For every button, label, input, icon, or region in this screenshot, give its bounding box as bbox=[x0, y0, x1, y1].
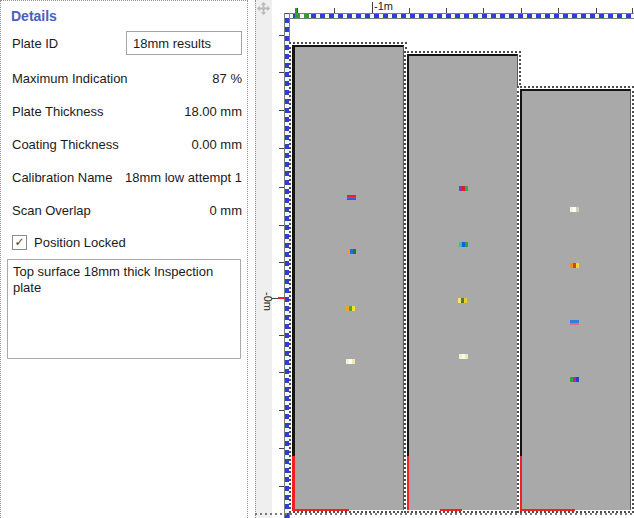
field-value: 87 % bbox=[212, 71, 242, 86]
indication-marker[interactable] bbox=[347, 195, 356, 200]
app-window: Details Plate IDMaximum Indication87 %Pl… bbox=[0, 0, 634, 518]
field-value: 0.00 mm bbox=[191, 137, 242, 152]
field-label: Coating Thickness bbox=[12, 137, 119, 152]
canvas-toolstrip bbox=[255, 0, 272, 518]
position-locked-label: Position Locked bbox=[34, 235, 126, 250]
canvas-bottom-border bbox=[255, 513, 634, 515]
description-box[interactable]: Top surface 18mm thick Inspection plate bbox=[7, 259, 241, 359]
origin-marker-x bbox=[295, 14, 311, 18]
indication-marker[interactable] bbox=[458, 298, 467, 303]
origin-tick-y bbox=[278, 297, 285, 299]
details-fields: Plate IDMaximum Indication87 %Plate Thic… bbox=[1, 30, 247, 221]
panel-title: Details bbox=[11, 8, 247, 24]
indication-marker[interactable] bbox=[570, 263, 579, 268]
field-value: 0 mm bbox=[210, 203, 243, 218]
scan-outline-segment bbox=[292, 456, 295, 510]
indication-marker[interactable] bbox=[570, 320, 579, 325]
plate[interactable] bbox=[404, 51, 521, 513]
indication-marker[interactable] bbox=[459, 242, 468, 247]
origin-tick-x bbox=[295, 8, 297, 14]
plate[interactable] bbox=[289, 42, 407, 513]
field-label: Scan Overlap bbox=[12, 203, 91, 218]
scan-outline-segment bbox=[407, 456, 409, 510]
scan-outline-segment bbox=[292, 509, 349, 511]
v-ruler-label: -0m bbox=[262, 292, 274, 311]
field-label: Plate ID bbox=[12, 36, 58, 51]
h-ruler-label: -1m bbox=[374, 0, 393, 12]
plate-surface[interactable] bbox=[407, 54, 518, 510]
field-row: Plate ID bbox=[12, 30, 242, 56]
selection-border-top[interactable] bbox=[284, 13, 634, 19]
field-row: Coating Thickness0.00 mm bbox=[12, 134, 242, 155]
field-label: Plate Thickness bbox=[12, 104, 104, 119]
indication-marker[interactable] bbox=[347, 249, 356, 254]
indication-marker[interactable] bbox=[570, 377, 579, 382]
indication-marker[interactable] bbox=[346, 306, 355, 311]
field-row: Calibration Name18mm low attempt 1 bbox=[12, 167, 242, 188]
plate-id-input[interactable] bbox=[126, 31, 242, 55]
plate[interactable] bbox=[517, 86, 634, 513]
plate-surface[interactable] bbox=[292, 45, 404, 510]
details-panel: Details Plate IDMaximum Indication87 %Pl… bbox=[0, 0, 248, 518]
indication-marker[interactable] bbox=[459, 186, 468, 191]
checkbox-icon[interactable]: ✓ bbox=[12, 235, 27, 250]
field-value: 18.00 mm bbox=[184, 104, 242, 119]
move-icon[interactable] bbox=[256, 1, 271, 16]
indication-marker[interactable] bbox=[570, 207, 579, 212]
field-row: Maximum Indication87 % bbox=[12, 68, 242, 89]
field-row: Scan Overlap0 mm bbox=[12, 200, 242, 221]
indication-marker[interactable] bbox=[459, 354, 468, 359]
plate-surface[interactable] bbox=[520, 89, 631, 510]
scan-outline-segment bbox=[520, 456, 522, 510]
field-value: 18mm low attempt 1 bbox=[125, 170, 242, 185]
field-label: Calibration Name bbox=[12, 170, 112, 185]
field-row: Plate Thickness18.00 mm bbox=[12, 101, 242, 122]
position-locked-row[interactable]: ✓ Position Locked bbox=[12, 233, 247, 251]
field-label: Maximum Indication bbox=[12, 71, 128, 86]
scan-outline-segment bbox=[520, 509, 575, 511]
indication-marker[interactable] bbox=[346, 359, 355, 364]
scan-outline-segment bbox=[440, 509, 462, 511]
